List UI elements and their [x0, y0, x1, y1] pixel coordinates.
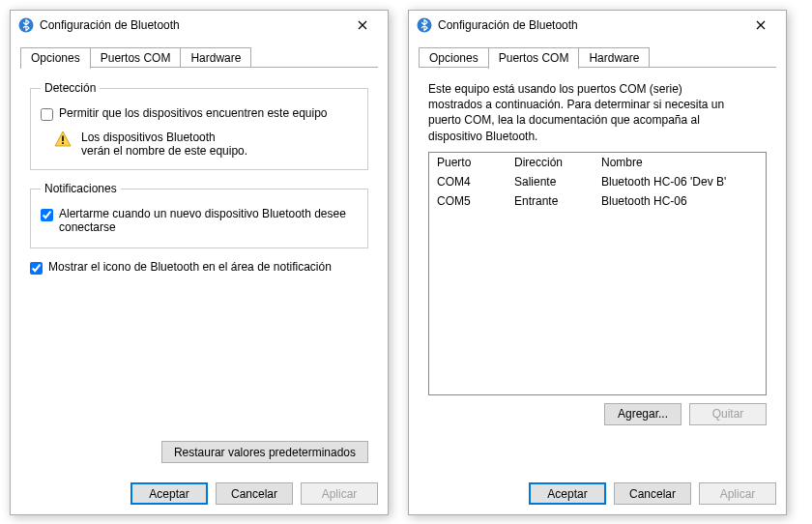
tabs: Opciones Puertos COM Hardware — [11, 40, 388, 68]
restore-defaults-button[interactable]: Restaurar valores predeterminados — [161, 441, 368, 463]
bluetooth-icon — [18, 17, 34, 33]
ok-button[interactable]: Aceptar — [529, 482, 606, 505]
tray-icon-checkbox[interactable] — [30, 262, 43, 275]
close-icon[interactable] — [741, 12, 780, 39]
titlebar[interactable]: Configuración de Bluetooth — [409, 11, 786, 40]
header-name[interactable]: Nombre — [601, 156, 758, 169]
alert-connect-checkbox[interactable] — [41, 209, 53, 221]
com-ports-panel: Este equipo está usando los puertos COM … — [419, 68, 776, 473]
notifications-group: Notificaciones Alertarme cuando un nuevo… — [30, 182, 368, 248]
remove-button[interactable]: Quitar — [689, 403, 767, 425]
notifications-legend: Notificaciones — [41, 182, 121, 195]
table-row[interactable]: COM5 Entrante Bluetooth HC-06 — [429, 191, 766, 211]
detection-legend: Detección — [41, 81, 100, 95]
tab-hardware[interactable]: Hardware — [578, 47, 650, 68]
cell-name: Bluetooth HC-06 — [601, 194, 758, 208]
titlebar[interactable]: Configuración de Bluetooth — [11, 11, 388, 40]
cancel-button[interactable]: Cancelar — [614, 482, 691, 505]
bluetooth-settings-options-dialog: Configuración de Bluetooth Opciones Puer… — [10, 10, 389, 515]
apply-button[interactable]: Aplicar — [699, 482, 776, 505]
allow-discovery-checkbox[interactable] — [41, 108, 53, 121]
options-panel: Detección Permitir que los dispositivos … — [20, 68, 378, 473]
warning-text: Los dispositivos Bluetooth verán el nomb… — [81, 131, 247, 158]
header-direction[interactable]: Dirección — [514, 156, 601, 169]
window-title: Configuración de Bluetooth — [438, 18, 741, 32]
cell-port: COM5 — [437, 194, 514, 208]
ok-button[interactable]: Aceptar — [130, 482, 208, 505]
svg-rect-1 — [62, 136, 64, 142]
tab-hardware[interactable]: Hardware — [180, 47, 251, 68]
dialog-buttons: Aceptar Cancelar Aplicar — [20, 473, 378, 505]
bluetooth-settings-com-dialog: Configuración de Bluetooth Opciones Puer… — [408, 10, 787, 515]
tab-options[interactable]: Opciones — [419, 47, 489, 68]
tray-icon-row[interactable]: Mostrar el icono de Bluetooth en el área… — [30, 260, 368, 275]
cancel-button[interactable]: Cancelar — [216, 482, 293, 505]
alert-connect-row[interactable]: Alertarme cuando un nuevo dispositivo Bl… — [41, 207, 358, 234]
com-ports-table[interactable]: Puerto Dirección Nombre COM4 Saliente Bl… — [428, 152, 767, 395]
window-title: Configuración de Bluetooth — [40, 18, 343, 32]
cell-port: COM4 — [437, 175, 514, 189]
tab-com-ports[interactable]: Puertos COM — [488, 47, 580, 69]
table-header: Puerto Dirección Nombre — [429, 153, 766, 172]
com-description: Este equipo está usando los puertos COM … — [428, 81, 767, 144]
add-button[interactable]: Agregar... — [604, 403, 682, 425]
apply-button[interactable]: Aplicar — [301, 482, 378, 505]
allow-discovery-row[interactable]: Permitir que los dispositivos encuentren… — [41, 106, 358, 121]
close-icon[interactable] — [343, 12, 382, 39]
allow-discovery-label: Permitir que los dispositivos encuentren… — [59, 106, 328, 120]
detection-group: Detección Permitir que los dispositivos … — [30, 81, 368, 170]
alert-connect-label: Alertarme cuando un nuevo dispositivo Bl… — [59, 207, 358, 234]
tab-com-ports[interactable]: Puertos COM — [90, 47, 182, 68]
cell-name: Bluetooth HC-06 'Dev B' — [601, 175, 758, 189]
table-row[interactable]: COM4 Saliente Bluetooth HC-06 'Dev B' — [429, 172, 766, 191]
dialog-buttons: Aceptar Cancelar Aplicar — [419, 473, 776, 505]
tray-icon-label: Mostrar el icono de Bluetooth en el área… — [48, 260, 332, 274]
header-port[interactable]: Puerto — [437, 156, 514, 169]
cell-direction: Saliente — [514, 175, 601, 189]
svg-rect-2 — [62, 142, 64, 144]
warning-icon — [54, 131, 72, 148]
tab-options[interactable]: Opciones — [20, 47, 91, 69]
cell-direction: Entrante — [514, 194, 601, 208]
tabs: Opciones Puertos COM Hardware — [409, 40, 786, 68]
bluetooth-icon — [417, 17, 432, 33]
